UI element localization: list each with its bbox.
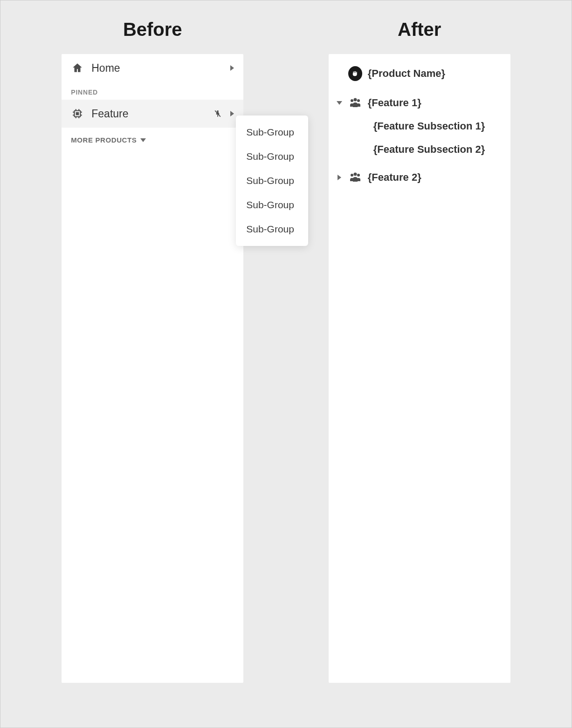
svg-point-12 xyxy=(351,99,353,102)
pinned-section-label: PINNED xyxy=(62,82,243,100)
nav-item-feature[interactable]: Feature xyxy=(62,100,243,128)
chevron-right-icon xyxy=(230,65,234,71)
after-column: After {Product Name} xyxy=(296,14,544,683)
chevron-right-icon xyxy=(230,111,234,116)
product-name-label: {Product Name} xyxy=(368,68,445,80)
svg-point-15 xyxy=(351,174,353,177)
svg-point-14 xyxy=(357,99,360,102)
tree-subitem-1[interactable]: {Feature Subsection 1} xyxy=(332,115,507,138)
chip-icon xyxy=(71,107,84,120)
after-heading: After xyxy=(398,19,441,40)
caret-collapsed-icon[interactable] xyxy=(336,175,343,180)
chevron-down-icon xyxy=(140,138,146,142)
subgroup-item[interactable]: Sub-Group xyxy=(236,120,308,144)
subsection-2-label: {Feature Subsection 2} xyxy=(373,143,485,156)
tree-item-feature-2[interactable]: {Feature 2} xyxy=(332,166,507,189)
before-panel: Home PINNED Feature MORE PRODUCTS xyxy=(62,54,243,683)
before-heading: Before xyxy=(123,19,182,40)
subgroup-item[interactable]: Sub-Group xyxy=(236,144,308,169)
subgroup-item[interactable]: Sub-Group xyxy=(236,193,308,217)
nav-item-home[interactable]: Home xyxy=(62,54,243,82)
feature-submenu-flyout: Sub-Group Sub-Group Sub-Group Sub-Group … xyxy=(236,116,308,246)
home-icon xyxy=(71,61,84,75)
tree-item-product[interactable]: {Product Name} xyxy=(332,61,507,87)
feature-1-label: {Feature 1} xyxy=(368,97,421,109)
nav-label-feature: Feature xyxy=(91,108,205,120)
before-column: Before Home PINNED Feature xyxy=(28,14,277,683)
nav-label-home: Home xyxy=(91,62,223,75)
people-icon xyxy=(348,172,362,183)
caret-expanded-icon[interactable] xyxy=(336,101,343,105)
feature-2-label: {Feature 2} xyxy=(368,171,421,184)
tree-subitem-2[interactable]: {Feature Subsection 2} xyxy=(332,138,507,161)
svg-point-16 xyxy=(353,173,357,176)
people-icon xyxy=(348,97,362,109)
subgroup-item[interactable]: Sub-Group xyxy=(236,169,308,193)
more-products-toggle[interactable]: MORE PRODUCTS xyxy=(62,128,243,152)
svg-rect-1 xyxy=(76,113,78,115)
svg-point-17 xyxy=(357,174,360,177)
product-icon xyxy=(348,66,362,81)
svg-point-13 xyxy=(353,98,357,102)
subsection-1-label: {Feature Subsection 1} xyxy=(373,120,485,132)
unpin-icon[interactable] xyxy=(213,107,223,120)
tree-item-feature-1[interactable]: {Feature 1} xyxy=(332,91,507,115)
subgroup-item[interactable]: Sub-Group xyxy=(236,217,308,241)
more-products-label: MORE PRODUCTS xyxy=(71,136,137,144)
after-panel: {Product Name} {Feature 1} {Feature Subs… xyxy=(329,54,510,683)
